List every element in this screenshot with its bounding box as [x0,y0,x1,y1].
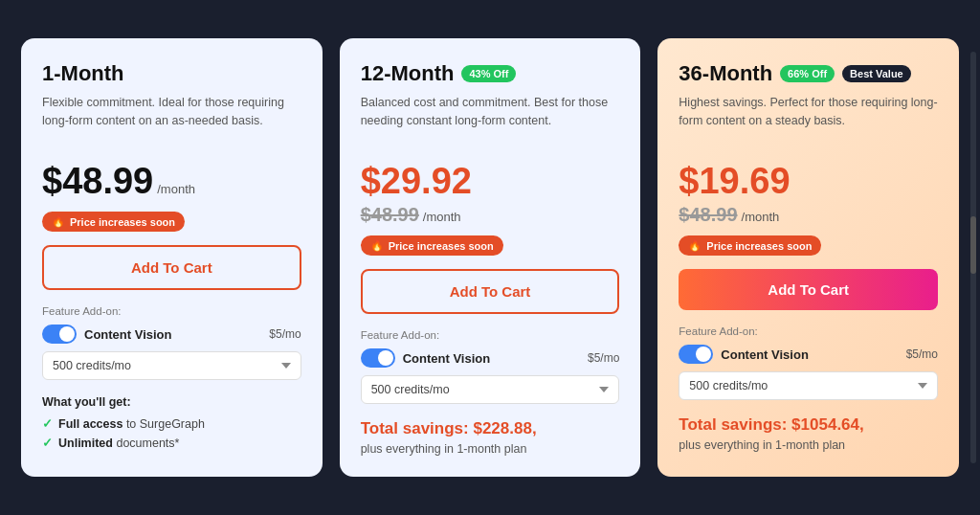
card-36month-desc: Highest savings. Perfect for those requi… [679,94,938,147]
fire-icon-36month: 🔥 [688,239,702,252]
price-block-1month: $48.99 /month [42,161,301,202]
card-1month: 1-Month Flexible commitment. Ideal for t… [21,38,323,477]
badge-36month: 66% Off [780,65,835,82]
feature-text-1: Full access to SurgeGraph [58,417,205,431]
toggle-36month[interactable] [679,345,713,364]
price-increases-label-1month: Price increases soon [70,216,175,228]
toggle-label-12month: Content Vision [403,351,580,366]
card-12month: 12-Month 43% Off Balanced cost and commi… [340,38,641,477]
best-value-badge: Best Value [842,65,911,82]
chevron-down-icon-1month [281,363,291,369]
feature-text-2: Unlimited documents* [58,437,179,450]
card-12month-title-text: 12-Month [361,61,455,86]
toggle-label-1month: Content Vision [84,327,261,342]
card-title-text: 1-Month [42,61,124,86]
toggle-price-1month: $5/mo [269,327,301,341]
toggle-row-1month: Content Vision $5/mo [42,325,301,344]
price-new-12month: $29.92 [361,161,472,202]
feature-label-36month: Feature Add-on: [679,325,938,337]
toggle-12month[interactable] [361,348,395,368]
credits-label-1month: 500 credits/mo [53,359,131,372]
price-unit-1month: /month [157,182,195,196]
fire-icon: 🔥 [52,215,65,228]
price-increases-badge-12month: 🔥 Price increases soon [361,235,503,256]
check-icon-1: ✓ [42,416,53,431]
price-original-36month: $48.99 [679,204,737,226]
badge-12month: 43% Off [461,65,516,82]
add-to-cart-btn-1month[interactable]: Add To Cart [42,245,301,290]
scrollbar-track [970,52,976,463]
toggle-label-36month: Content Vision [721,347,898,362]
credits-label-12month: 500 credits/mo [371,383,450,396]
price-new-36month: $19.69 [679,161,790,202]
savings-sub-36month: plus everything in 1-month plan [679,438,938,452]
pricing-cards-wrapper: 1-Month Flexible commitment. Ideal for t… [21,38,959,477]
price-original-12month: $48.99 [361,204,419,226]
fire-icon-12month: 🔥 [370,239,384,252]
card-36month-title: 36-Month 66% Off Best Value [679,61,938,86]
price-increases-label-12month: Price increases soon [389,240,494,252]
add-to-cart-btn-12month[interactable]: Add To Cart [361,269,620,314]
toggle-price-12month: $5/mo [588,351,619,365]
price-increases-badge-1month: 🔥 Price increases soon [42,212,185,232]
toggle-row-12month: Content Vision $5/mo [361,348,620,368]
credits-dropdown-36month[interactable]: 500 credits/mo [679,371,938,400]
card-36month: 36-Month 66% Off Best Value Highest savi… [657,38,959,477]
price-unit-12month: /month [423,210,461,224]
check-icon-2: ✓ [42,436,53,450]
card-1month-title: 1-Month [42,61,301,86]
what-label-1month: What you'll get: [42,395,301,409]
toggle-price-36month: $5/mo [906,347,938,361]
feature-item-1: ✓ Full access to SurgeGraph [42,416,301,431]
credits-label-36month: 500 credits/mo [689,379,768,392]
price-new-1month: $48.99 [42,161,153,202]
chevron-down-icon-36month [918,383,927,389]
savings-text-36month: Total savings: $1054.64, [679,415,938,435]
credits-dropdown-1month[interactable]: 500 credits/mo [42,351,301,380]
card-1month-desc: Flexible commitment. Ideal for those req… [42,94,301,147]
chevron-down-icon-12month [599,387,609,392]
price-unit-36month: /month [742,210,780,224]
toggle-1month[interactable] [42,325,77,344]
card-12month-desc: Balanced cost and commitment. Best for t… [361,94,620,147]
feature-label-12month: Feature Add-on: [361,329,620,341]
card-36month-title-text: 36-Month [679,61,772,86]
price-increases-label-36month: Price increases soon [706,240,812,252]
scrollbar-thumb[interactable] [970,216,976,274]
toggle-row-36month: Content Vision $5/mo [679,345,938,364]
feature-item-2: ✓ Unlimited documents* [42,436,301,450]
price-block-36month: $19.69 $48.99 /month [679,161,938,226]
credits-dropdown-12month[interactable]: 500 credits/mo [361,375,620,404]
savings-sub-12month: plus everything in 1-month plan [361,442,620,456]
add-to-cart-btn-36month[interactable]: Add To Cart [679,269,938,310]
price-increases-badge-36month: 🔥 Price increases soon [679,235,821,256]
feature-label-1month: Feature Add-on: [42,305,301,317]
savings-text-12month: Total savings: $228.88, [361,419,620,438]
price-block-12month: $29.92 $48.99 /month [361,161,620,226]
card-12month-title: 12-Month 43% Off [361,61,620,86]
